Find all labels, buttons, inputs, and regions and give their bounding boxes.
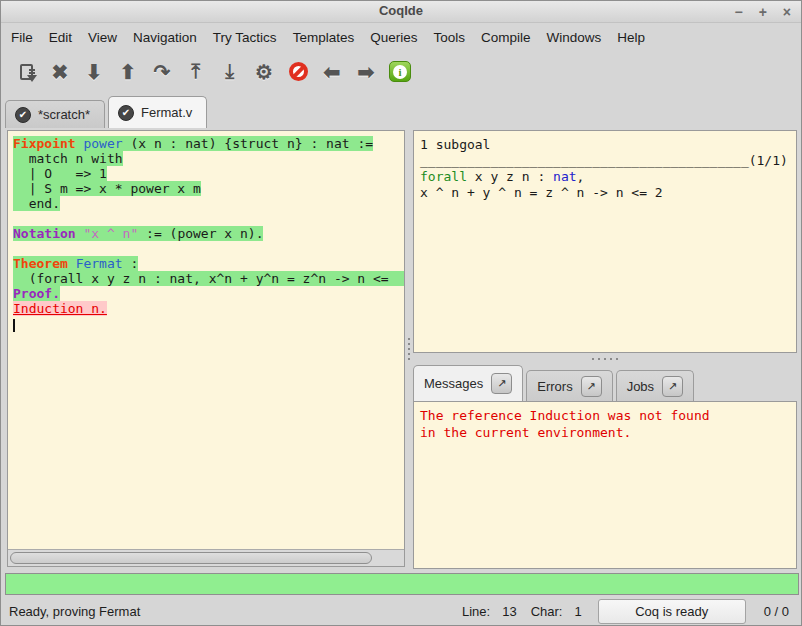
document-tab-bar: ✔*scratch*✔Fermat.v	[5, 95, 801, 128]
step-forward-icon: ⬇	[86, 60, 103, 84]
previous-occurrence-button[interactable]: ⬅	[315, 55, 349, 89]
go-to-start-icon: ⤒	[192, 60, 201, 83]
menu-navigation[interactable]: Navigation	[125, 26, 205, 49]
tab-jobs[interactable]: Jobs↗	[616, 370, 694, 401]
preferences-gear-icon: ⚙	[255, 60, 273, 84]
code-line: end.	[13, 196, 404, 211]
menu-try-tactics[interactable]: Try Tactics	[205, 26, 285, 49]
menu-bar: FileEditViewNavigationTry TacticsTemplat…	[1, 24, 801, 50]
code-line: x ^ n + y ^ n = z ^ n -> n <= 2	[420, 185, 796, 201]
go-to-cursor-button[interactable]: ↷	[145, 55, 179, 89]
goal-view[interactable]: 1 subgoal_______________________________…	[414, 131, 796, 201]
scrollbar-thumb[interactable]	[10, 552, 372, 564]
step-backward-icon: ⬆	[120, 60, 137, 84]
window-controls: − + ×	[734, 1, 791, 23]
code-line	[13, 211, 404, 226]
coq-status-button[interactable]: Coq is ready	[598, 599, 746, 624]
next-occurrence-button[interactable]: ➡	[349, 55, 383, 89]
go-to-end-page-icon	[20, 64, 33, 80]
code-line	[13, 316, 404, 331]
tab-label: Messages	[424, 376, 483, 391]
tab-scratch[interactable]: ✔*scratch*	[5, 100, 105, 128]
code-line: forall x y z n : nat,	[420, 169, 796, 185]
tab-errors[interactable]: Errors↗	[526, 370, 612, 401]
interrupt-stop-icon	[289, 62, 308, 81]
detach-icon[interactable]: ↗	[581, 376, 602, 397]
code-line: match n with	[13, 151, 404, 166]
code-line: (forall x y z n : nat, x^n + y^n = z^n -…	[13, 271, 404, 286]
tab-fermat-v[interactable]: ✔Fermat.v	[108, 96, 207, 128]
code-line: Notation "x ^ n" := (power x n).	[13, 226, 404, 241]
code-line: Proof.	[13, 286, 404, 301]
horizontal-scrollbar[interactable]	[8, 549, 404, 566]
detach-icon[interactable]: ↗	[491, 373, 512, 394]
detach-icon[interactable]: ↗	[662, 376, 683, 397]
status-bar: Ready, proving Fermat Line: 13 Char: 1 C…	[1, 597, 801, 626]
tab-label: Errors	[537, 379, 572, 394]
title-bar: CoqIde − + ×	[1, 1, 801, 23]
code-line: | S m => x * power x m	[13, 181, 404, 196]
check-icon: ✔	[15, 107, 31, 123]
message-line: The reference Induction was not found	[420, 407, 796, 424]
menu-compile[interactable]: Compile	[473, 26, 539, 49]
next-occurrence-icon: ➡	[358, 60, 375, 84]
script-editor-pane: Fixpoint power (x n : nat) {struct n} : …	[7, 130, 405, 567]
line-label: Line:	[462, 604, 490, 619]
coqide-window: CoqIde − + × FileEditViewNavigationTry T…	[0, 0, 802, 626]
tab-label: Fermat.v	[141, 105, 192, 120]
horizontal-splitter-handle[interactable]	[413, 353, 797, 364]
message-line: in the current environment.	[420, 424, 796, 441]
go-to-start-button[interactable]: ⤒	[179, 55, 213, 89]
menu-windows[interactable]: Windows	[538, 26, 609, 49]
minimize-icon[interactable]: −	[734, 1, 742, 23]
code-line: | O => 1	[13, 166, 404, 181]
messages-tab-bar: Messages↗Errors↗Jobs↗	[413, 364, 797, 401]
tab-label: *scratch*	[38, 107, 90, 122]
about-info-button[interactable]: i	[383, 55, 417, 89]
vertical-splitter-handle[interactable]	[405, 130, 413, 567]
go-to-end-icon: ⤓	[226, 60, 235, 83]
menu-help[interactable]: Help	[609, 26, 653, 49]
tab-label: Jobs	[627, 379, 654, 394]
step-forward-button[interactable]: ⬇	[77, 55, 111, 89]
close-icon[interactable]: ×	[783, 1, 791, 23]
previous-occurrence-icon: ⬅	[324, 60, 341, 84]
status-message: Ready, proving Fermat	[9, 604, 448, 619]
window-title: CoqIde	[1, 3, 801, 18]
line-value: 13	[502, 604, 516, 619]
script-editor[interactable]: Fixpoint power (x n : nat) {struct n} : …	[8, 131, 404, 549]
code-line: Theorem Fermat :	[13, 256, 404, 271]
worker-counter: 0 / 0	[764, 604, 789, 619]
go-to-end-button[interactable]: ⤓	[213, 55, 247, 89]
char-label: Char:	[531, 604, 563, 619]
messages-pane: The reference Induction was not foundin …	[413, 401, 797, 569]
abort-close-button[interactable]: ✖	[43, 55, 77, 89]
text-cursor	[13, 319, 15, 332]
menu-queries[interactable]: Queries	[362, 26, 425, 49]
menu-file[interactable]: File	[3, 26, 41, 49]
abort-close-icon: ✖	[52, 60, 69, 84]
code-line: Induction n.	[13, 301, 404, 316]
goal-pane: 1 subgoal_______________________________…	[413, 130, 797, 353]
go-to-end-page-button[interactable]	[9, 55, 43, 89]
menu-templates[interactable]: Templates	[285, 26, 363, 49]
toolbar: ✖⬇⬆↷⤒⤓⚙⬅➡i	[1, 50, 801, 93]
code-line: 1 subgoal	[420, 137, 796, 153]
preferences-gear-button[interactable]: ⚙	[247, 55, 281, 89]
menu-view[interactable]: View	[80, 26, 125, 49]
code-line	[13, 241, 404, 256]
code-line: Fixpoint power (x n : nat) {struct n} : …	[13, 136, 404, 151]
progress-bar	[5, 573, 799, 595]
tab-messages[interactable]: Messages↗	[413, 365, 523, 401]
go-to-cursor-icon: ↷	[154, 60, 171, 84]
maximize-icon[interactable]: +	[759, 1, 767, 23]
interrupt-stop-button[interactable]	[281, 55, 315, 89]
char-value: 1	[574, 604, 581, 619]
messages-view[interactable]: The reference Induction was not foundin …	[414, 402, 796, 441]
step-backward-button[interactable]: ⬆	[111, 55, 145, 89]
check-icon: ✔	[118, 105, 134, 121]
menu-edit[interactable]: Edit	[41, 26, 80, 49]
about-info-icon: i	[389, 61, 411, 82]
code-line: ________________________________________…	[420, 153, 796, 169]
menu-tools[interactable]: Tools	[425, 26, 473, 49]
